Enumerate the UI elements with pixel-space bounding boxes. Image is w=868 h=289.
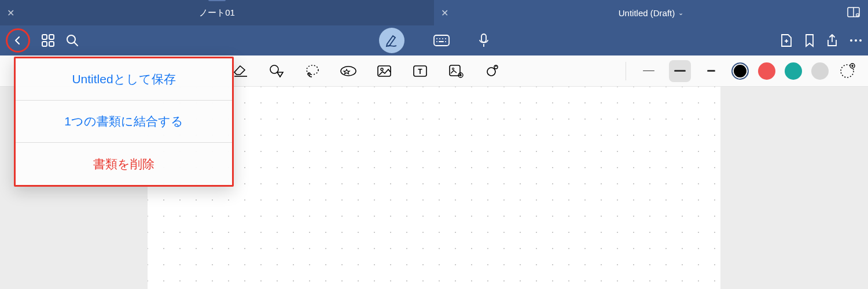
color-red[interactable] — [758, 62, 775, 80]
svg-rect-18 — [481, 34, 486, 42]
search-button[interactable] — [66, 34, 79, 47]
app-header — [0, 25, 868, 55]
tab-draft[interactable]: ✕ Untitled (Draft) ⌄ — [434, 0, 868, 25]
chevron-down-icon: ⌄ — [678, 9, 683, 17]
toolbar-divider — [626, 62, 626, 80]
keyboard-button[interactable] — [433, 35, 450, 46]
mic-button[interactable] — [479, 34, 489, 47]
add-page-button[interactable] — [780, 34, 793, 47]
svg-point-12 — [439, 38, 440, 39]
svg-point-23 — [855, 39, 857, 42]
menu-combine[interactable]: 1つの書類に結合する — [16, 101, 232, 143]
add-page-icon — [780, 34, 793, 47]
text-tool[interactable]: T — [411, 62, 429, 80]
stroke-medium[interactable] — [669, 60, 691, 82]
svg-rect-5 — [49, 35, 54, 39]
color-gray[interactable] — [811, 62, 829, 80]
shape-tool[interactable] — [267, 62, 286, 80]
grid-icon — [42, 34, 54, 47]
grid-button[interactable] — [42, 34, 54, 47]
stroke-thick[interactable] — [700, 60, 722, 82]
stamp-tool[interactable] — [339, 62, 358, 80]
svg-point-31 — [381, 68, 383, 71]
svg-rect-39 — [486, 66, 496, 77]
more-button[interactable] — [849, 39, 862, 42]
share-icon — [826, 34, 838, 47]
pen-icon — [385, 34, 399, 47]
svg-point-14 — [445, 38, 446, 39]
svg-rect-4 — [42, 35, 47, 39]
color-black[interactable] — [731, 62, 749, 80]
image-tool[interactable] — [375, 62, 393, 80]
split-view-icon[interactable]: ⊕ — [847, 7, 860, 20]
ellipsis-icon — [849, 39, 862, 42]
svg-text:T: T — [418, 68, 422, 76]
share-button[interactable] — [826, 34, 838, 47]
stroke-thin[interactable] — [638, 60, 660, 82]
svg-rect-10 — [434, 35, 449, 46]
svg-line-9 — [74, 42, 78, 46]
svg-point-13 — [442, 38, 443, 39]
bookmark-button[interactable] — [804, 34, 815, 47]
color-picker[interactable] — [838, 62, 856, 80]
svg-point-22 — [850, 39, 852, 42]
tab-drag-handle[interactable] — [208, 0, 226, 1]
svg-point-24 — [859, 39, 862, 42]
search-icon — [66, 34, 79, 47]
svg-point-11 — [436, 38, 437, 39]
close-tab-icon[interactable]: ✕ — [441, 8, 448, 18]
tab-note[interactable]: ✕ ノート01 — [0, 0, 434, 25]
tab-title: ノート01 — [199, 8, 235, 18]
lasso-tool[interactable] — [303, 62, 322, 80]
bookmark-icon — [804, 34, 815, 47]
color-teal[interactable] — [785, 62, 802, 80]
eraser-tool[interactable] — [231, 62, 250, 80]
svg-point-15 — [436, 41, 437, 42]
svg-text:⊕: ⊕ — [857, 14, 859, 17]
svg-rect-17 — [439, 41, 444, 42]
keyboard-icon — [433, 35, 450, 46]
sticker-tool[interactable] — [447, 62, 465, 80]
svg-point-16 — [445, 41, 446, 42]
back-button[interactable] — [6, 28, 30, 53]
svg-rect-6 — [42, 42, 47, 46]
menu-delete[interactable]: 書類を削除 — [16, 143, 232, 185]
mic-icon — [479, 34, 489, 47]
document-context-menu: Untitledとして保存 1つの書類に結合する 書類を削除 — [14, 57, 234, 187]
pen-mode-button[interactable] — [379, 28, 404, 53]
link-tool[interactable] — [483, 62, 501, 80]
svg-rect-7 — [49, 42, 54, 46]
menu-save-as[interactable]: Untitledとして保存 — [16, 58, 232, 101]
chevron-left-icon — [13, 36, 23, 45]
tab-title: Untitled (Draft) — [619, 8, 675, 18]
tab-bar: ✕ ノート01 ✕ Untitled (Draft) ⌄ ⊕ — [0, 0, 868, 25]
svg-point-35 — [453, 68, 454, 69]
close-tab-icon[interactable]: ✕ — [7, 8, 14, 18]
